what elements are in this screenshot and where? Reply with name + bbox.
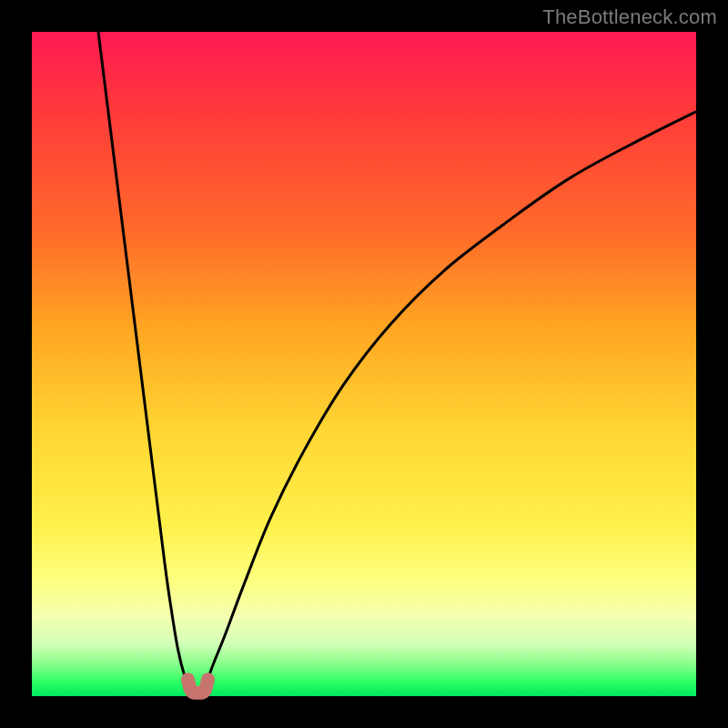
outer-frame: TheBottleneck.com [0,0,728,728]
plot-area [32,32,696,696]
chart-svg [32,32,696,696]
watermark-text: TheBottleneck.com [542,5,717,29]
curve-left-branch [98,32,191,693]
minimum-marker [188,680,208,693]
curve-right-branch [205,112,696,693]
